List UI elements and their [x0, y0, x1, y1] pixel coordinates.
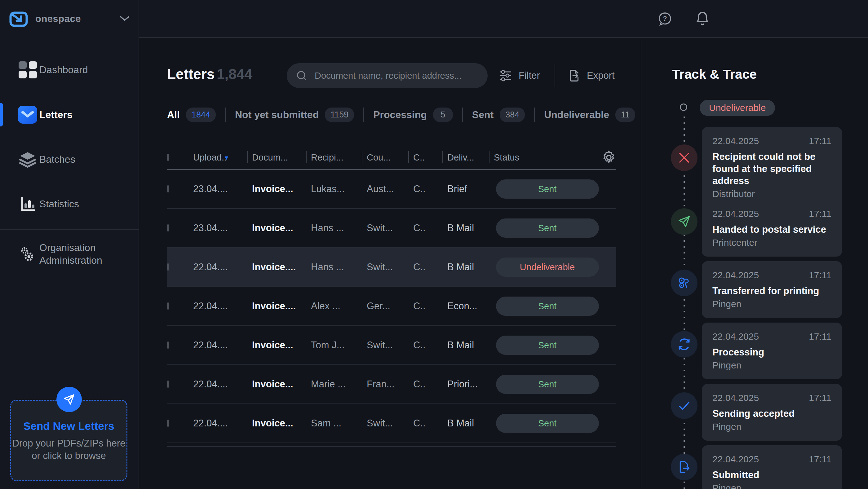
status-badge: Sent: [496, 414, 599, 433]
tab-not-yet-submitted[interactable]: Not yet submitted 1159: [235, 107, 354, 122]
status-badge: Undeliverable: [496, 258, 599, 277]
document-export-icon: [567, 68, 581, 83]
track-event-card: 22.04.2025 17:11 Handed to postal servic…: [702, 200, 842, 257]
dropzone-subtitle: Drop your PDFs/ZIPs here or click to bro…: [11, 437, 126, 462]
event-title: Submitted: [712, 469, 831, 481]
export-button[interactable]: Export: [567, 66, 615, 86]
row-checkbox[interactable]: [167, 381, 169, 388]
event-source: Pingen: [712, 299, 831, 309]
event-time: 17:11: [809, 331, 831, 342]
chevron-down-icon[interactable]: [119, 15, 130, 22]
column-header-c[interactable]: C..: [413, 153, 447, 163]
tab-undeliverable[interactable]: Undeliverable 11: [544, 107, 635, 122]
sidebar-item-label: Letters: [39, 108, 72, 121]
filter-button[interactable]: Filter: [498, 66, 540, 86]
page-title: Letters: [167, 66, 215, 83]
track-status-badge: Undeliverable: [700, 100, 775, 116]
help-icon[interactable]: ?: [657, 11, 673, 27]
track-trace-panel: Track & Trace Undeliverable 22.04.2025 1…: [641, 38, 868, 489]
table-header-row: Upload..▾ Docum... Recipi... Cou... C.. …: [167, 149, 616, 166]
sidebar-item-organisation-administration[interactable]: OrganisationAdministration: [0, 231, 138, 277]
track-event-card: 22.04.2025 17:11 Submitted Pingen: [702, 445, 842, 489]
status-badge: Sent: [496, 374, 599, 394]
dashboard-grid-icon: [18, 60, 37, 79]
topbar: ? EmilyJohnson: [139, 0, 868, 38]
event-title: Recipient could not be found at the spec…: [712, 151, 831, 187]
sidebar-item-dashboard[interactable]: Dashboard: [0, 47, 138, 92]
table-row[interactable]: 22.04.... Invoice... Sam ... Swit... C..…: [167, 404, 616, 443]
export-label: Export: [587, 70, 615, 81]
gears-icon: [18, 244, 37, 264]
sidebar-item-statistics[interactable]: Statistics: [0, 181, 138, 227]
main-content: Letters 1,844 Filter: [140, 38, 640, 489]
status-badge: Sent: [496, 219, 599, 238]
event-date: 22.04.2025: [712, 454, 759, 464]
event-date: 22.04.2025: [712, 393, 759, 403]
row-checkbox[interactable]: [167, 341, 169, 349]
brand-menu[interactable]: onespace: [0, 0, 138, 38]
send-letters-plane-icon[interactable]: [56, 387, 82, 412]
row-checkbox[interactable]: [167, 302, 169, 309]
tab-processing[interactable]: Processing 5: [373, 107, 453, 122]
event-date: 22.04.2025: [712, 208, 759, 219]
x-icon: [671, 144, 698, 171]
event-source: Printcenter: [712, 237, 831, 248]
select-all-checkbox[interactable]: [167, 154, 169, 161]
search-input[interactable]: [315, 71, 479, 81]
row-checkbox[interactable]: [167, 224, 169, 231]
track-event-card: 22.04.2025 17:11 Recipient could not be …: [702, 127, 842, 208]
column-header-document[interactable]: Docum...: [252, 153, 311, 163]
status-badge: Sent: [496, 180, 599, 199]
onespace-logo-icon: [9, 9, 29, 29]
column-header-status[interactable]: Status: [494, 153, 601, 163]
column-header-upload[interactable]: Upload..▾: [193, 153, 252, 163]
letters-table: Upload..▾ Docum... Recipi... Cou... C.. …: [167, 141, 616, 447]
sidebar-item-letters[interactable]: Letters: [0, 92, 138, 137]
column-header-delivery[interactable]: Deliv...: [447, 153, 494, 163]
svg-text:?: ?: [663, 14, 667, 22]
tab-all[interactable]: All 1844: [167, 107, 216, 122]
table-row[interactable]: 22.04.... Invoice... Marie ... Fran... C…: [167, 365, 616, 404]
event-time: 17:11: [809, 393, 831, 403]
refresh-icon: [671, 331, 698, 358]
row-checkbox[interactable]: [167, 420, 169, 427]
search-icon: [296, 69, 308, 82]
event-date: 22.04.2025: [712, 136, 759, 146]
event-time: 17:11: [809, 454, 831, 464]
sort-desc-icon[interactable]: ▾: [225, 154, 228, 162]
brand-name: onespace: [35, 13, 81, 25]
layers-icon: [18, 150, 37, 169]
sidebar: onespace Dashboard Letters: [0, 0, 139, 489]
table-row[interactable]: 22.04.... Invoice.... Alex ... Ger... C.…: [167, 287, 616, 326]
table-row[interactable]: 23.04.... Invoice... Lukas... Aust... C.…: [167, 170, 616, 209]
event-date: 22.04.2025: [712, 331, 759, 342]
letters-total-count: 1,844: [217, 66, 252, 83]
tab-count-badge: 384: [500, 107, 525, 122]
header-divider: [555, 64, 555, 87]
status-badge: Sent: [496, 336, 599, 355]
row-checkbox[interactable]: [167, 263, 169, 270]
track-event-card: 22.04.2025 17:11 Sending accepted Pingen: [702, 384, 842, 441]
filter-label: Filter: [519, 70, 540, 81]
row-checkbox[interactable]: [167, 185, 169, 192]
event-time: 17:11: [809, 208, 831, 219]
gear-icon: [601, 150, 617, 165]
column-header-country[interactable]: Cou...: [367, 153, 413, 163]
table-settings-button[interactable]: [601, 150, 617, 165]
column-header-recipient[interactable]: Recipi...: [311, 153, 367, 163]
status-badge: Sent: [496, 297, 599, 316]
table-row-selected[interactable]: 22.04.... Invoice.... Hans ... Swit... C…: [167, 248, 616, 287]
tab-count-badge: 1844: [186, 107, 216, 122]
event-time: 17:11: [809, 136, 831, 146]
table-row[interactable]: 23.04.... Invoice... Hans ... Swit... C.…: [167, 209, 616, 248]
table-row[interactable]: 22.04.... Invoice... Tom J... Swit... C.…: [167, 326, 616, 365]
tab-sent[interactable]: Sent 384: [472, 107, 525, 122]
search-bar: [287, 63, 488, 88]
sidebar-item-batches[interactable]: Batches: [0, 137, 138, 182]
dropzone-title: Send New Letters: [11, 420, 126, 432]
notification-bell-icon[interactable]: [695, 11, 710, 27]
event-title: Transferred for printing: [712, 285, 831, 297]
status-tabs: All 1844 Not yet submitted 1159 Processi…: [167, 103, 640, 127]
print-roller-icon: [671, 270, 698, 296]
table-bottom-line: [167, 446, 616, 447]
